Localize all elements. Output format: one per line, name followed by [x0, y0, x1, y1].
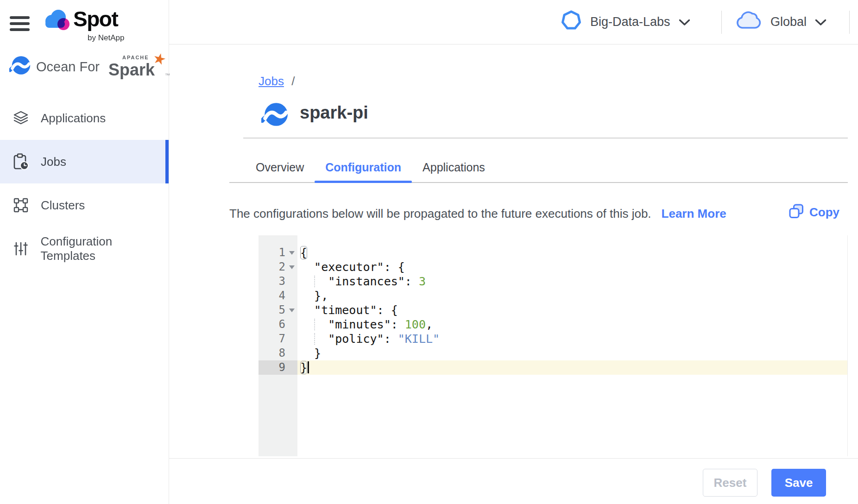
line-number: 3: [259, 274, 297, 289]
sidebar-item-label: Jobs: [41, 155, 66, 169]
tab-overview[interactable]: Overview: [245, 156, 315, 183]
code-line-6[interactable]: 6 "minutes": 100,: [259, 317, 847, 332]
product-name-prefix: Ocean For: [36, 59, 100, 75]
tab-label: Applications: [423, 161, 485, 174]
sidebar-item-clusters[interactable]: Clusters: [0, 183, 169, 227]
fold-arrow-icon[interactable]: [289, 251, 295, 255]
code-line-2[interactable]: 2 "executor": {: [259, 260, 847, 274]
spot-logo-cloud-icon: [42, 7, 70, 33]
code-token: 3: [419, 275, 426, 288]
code-line-text: "executor": {: [297, 260, 847, 274]
page-title: spark-pi: [300, 103, 368, 123]
code-token: "minutes": [328, 318, 391, 331]
apache-spark-logo: APACHE Spark ★ ™: [108, 56, 155, 75]
config-description: The configurations below will be propaga…: [229, 207, 726, 221]
learn-more-link[interactable]: Learn More: [662, 207, 726, 220]
indent-guide: [314, 276, 315, 287]
code-line-text: "minutes": 100,: [297, 317, 847, 332]
code-line-text: "policy": "KILL": [297, 332, 847, 346]
save-button[interactable]: Save: [771, 469, 826, 497]
header-divider: [721, 11, 722, 34]
code-line-8[interactable]: 8 }: [259, 346, 847, 360]
region-label: Global: [770, 15, 807, 29]
code-token: ,: [426, 318, 433, 331]
code-token: "instances": [328, 275, 405, 288]
indent-guide: [314, 319, 315, 330]
reset-button[interactable]: Reset: [703, 469, 757, 497]
sidebar-item-applications[interactable]: Applications: [0, 96, 169, 140]
code-line-text: {: [297, 246, 847, 260]
code-line-text: }: [297, 360, 847, 375]
code-token: }: [300, 361, 307, 374]
footer-divider: [169, 458, 858, 459]
sidebar-item-label: Applications: [41, 111, 106, 126]
spot-logo-text: Spot: [73, 6, 118, 32]
tab-configuration[interactable]: Configuration: [315, 156, 412, 183]
fold-arrow-icon[interactable]: [289, 265, 295, 269]
code-line-7[interactable]: 7 "policy": "KILL": [259, 332, 847, 346]
code-line-5[interactable]: 5 "timeout": {: [259, 303, 847, 317]
sidebar-item-jobs[interactable]: Jobs: [0, 140, 169, 183]
sidebar-item-label: Clusters: [41, 198, 85, 213]
ocean-wave-icon: [261, 101, 288, 130]
tab-label: Overview: [256, 161, 304, 174]
code-token: [300, 303, 314, 317]
fold-arrow-icon[interactable]: [289, 309, 295, 312]
editor-lines: 1{2 "executor": {3 "instances": 34 },5 "…: [259, 246, 847, 375]
code-token: "KILL": [398, 332, 440, 346]
tab-applications[interactable]: Applications: [412, 156, 496, 183]
chevron-down-icon: [815, 15, 826, 29]
line-number: 4: [259, 289, 297, 303]
code-token: :: [405, 275, 419, 288]
code-token: "policy": [328, 332, 384, 346]
json-config-editor[interactable]: 1{2 "executor": {3 "instances": 34 },5 "…: [259, 235, 848, 456]
code-token: }: [300, 346, 321, 360]
region-picker[interactable]: Global: [735, 0, 826, 44]
line-number: 9: [259, 360, 297, 375]
code-token: : {: [377, 303, 398, 317]
sidebar-item-configuration-templates[interactable]: Configuration Templates: [0, 227, 169, 271]
line-number: 2: [259, 260, 297, 274]
ocean-wave-icon: [9, 55, 31, 78]
code-line-9[interactable]: 9}: [259, 360, 847, 375]
copy-label: Copy: [809, 205, 839, 220]
code-token: : {: [384, 260, 405, 274]
apache-label: APACHE: [122, 55, 149, 60]
copy-button[interactable]: Copy: [789, 204, 839, 220]
line-number: 5: [259, 303, 297, 317]
code-line-text: }: [297, 346, 847, 360]
spark-wordmark: Spark: [108, 60, 155, 79]
code-token: :: [384, 332, 398, 346]
code-line-text: "timeout": {: [297, 303, 847, 317]
breadcrumb-jobs-link[interactable]: Jobs: [259, 74, 284, 88]
code-token: [300, 260, 314, 274]
line-number: 7: [259, 332, 297, 346]
clusters-icon: [13, 198, 29, 213]
org-picker[interactable]: Big-Data-Labs: [561, 0, 690, 44]
code-line-4[interactable]: 4 },: [259, 289, 847, 303]
code-token: "executor": [314, 260, 384, 274]
code-line-text: "instances": 3: [297, 274, 847, 289]
heptagon-icon: [561, 10, 582, 34]
breadcrumb-separator: /: [291, 74, 295, 88]
ocean-for-spark-logo: Ocean For APACHE Spark ★ ™: [9, 52, 167, 84]
tab-bar: OverviewConfigurationApplications: [245, 156, 496, 183]
spark-trademark: ™: [165, 72, 170, 78]
code-token: },: [300, 289, 328, 302]
spark-star-icon: ★: [151, 49, 168, 69]
sidebar-item-label: Configuration Templates: [41, 234, 169, 263]
code-line-3[interactable]: 3 "instances": 3: [259, 274, 847, 289]
cloud-icon: [735, 10, 762, 34]
spot-logo-byline: by NetApp: [88, 33, 124, 43]
title-divider: [243, 138, 848, 139]
menu-icon[interactable]: [10, 16, 30, 34]
code-line-1[interactable]: 1{: [259, 246, 847, 260]
line-number: 1: [259, 246, 297, 260]
configuration-templates-icon: [13, 241, 29, 256]
chevron-down-icon: [679, 15, 690, 29]
code-token: :: [391, 318, 405, 331]
topbar: Big-Data-Labs Global: [169, 0, 858, 44]
org-label: Big-Data-Labs: [590, 15, 670, 29]
breadcrumb: Jobs /: [259, 74, 295, 88]
code-token: 100: [405, 318, 426, 331]
